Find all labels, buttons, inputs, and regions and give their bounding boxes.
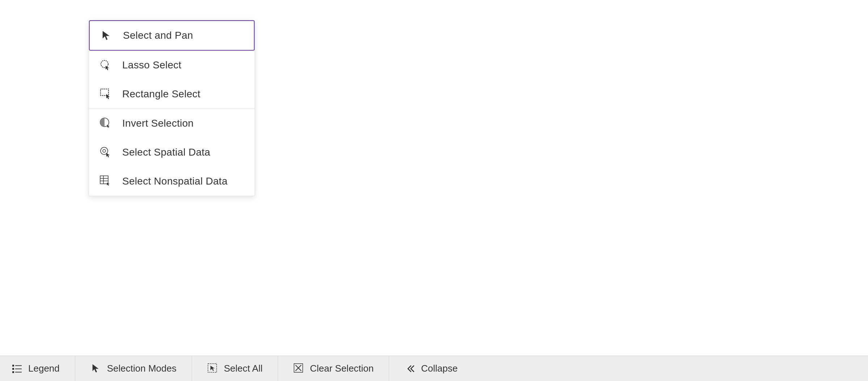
- menu-item-label-rectangle-select: Rectangle Select: [122, 88, 200, 100]
- toolbar-item-select-all[interactable]: Select All: [192, 356, 278, 381]
- spatial-icon: [99, 146, 112, 159]
- menu-item-label-select-and-pan: Select and Pan: [123, 30, 193, 41]
- collapse-icon: [404, 363, 416, 374]
- svg-rect-1: [101, 89, 109, 96]
- toolbar-label-clear-selection: Clear Selection: [310, 363, 374, 374]
- toolbar-label-select-all: Select All: [224, 363, 263, 374]
- select-all-icon: [207, 363, 219, 374]
- toolbar-label-collapse: Collapse: [421, 363, 458, 374]
- menu-item-label-invert-selection: Invert Selection: [122, 118, 193, 129]
- svg-rect-13: [12, 368, 14, 370]
- invert-icon: [99, 117, 112, 130]
- menu-item-select-nonspatial-data[interactable]: Select Nonspatial Data: [89, 167, 255, 196]
- toolbar-item-clear-selection[interactable]: Clear Selection: [278, 356, 389, 381]
- menu-item-invert-selection[interactable]: Invert Selection: [89, 109, 255, 138]
- svg-rect-11: [12, 365, 14, 367]
- menu-item-lasso-select[interactable]: Lasso Select: [89, 51, 255, 80]
- selection-modes-icon: [90, 363, 102, 374]
- toolbar-label-selection-modes: Selection Modes: [107, 363, 176, 374]
- menu-item-rectangle-select[interactable]: Rectangle Select: [89, 80, 255, 109]
- toolbar-item-legend[interactable]: Legend: [12, 356, 75, 381]
- svg-point-0: [101, 60, 108, 68]
- rectangle-select-icon: [99, 88, 112, 101]
- menu-item-label-select-spatial-data: Select Spatial Data: [122, 147, 210, 158]
- legend-icon: [12, 363, 23, 374]
- toolbar-item-selection-modes[interactable]: Selection Modes: [75, 356, 192, 381]
- svg-point-6: [103, 149, 106, 152]
- cursor-icon: [100, 29, 113, 42]
- menu-item-select-spatial-data[interactable]: Select Spatial Data: [89, 138, 255, 167]
- clear-selection-icon: [293, 363, 305, 374]
- menu-item-label-select-nonspatial-data: Select Nonspatial Data: [122, 175, 227, 187]
- svg-rect-15: [12, 371, 14, 373]
- lasso-icon: [99, 59, 112, 72]
- toolbar-label-legend: Legend: [28, 363, 60, 374]
- bottom-toolbar: Legend Selection Modes Select All: [0, 356, 868, 381]
- menu-item-select-and-pan[interactable]: Select and Pan: [89, 20, 255, 51]
- toolbar-item-collapse[interactable]: Collapse: [389, 356, 473, 381]
- dropdown-menu: Select and Pan Lasso Select Rectangle Se…: [89, 20, 255, 196]
- menu-item-label-lasso-select: Lasso Select: [122, 59, 182, 71]
- nonspatial-icon: [99, 175, 112, 188]
